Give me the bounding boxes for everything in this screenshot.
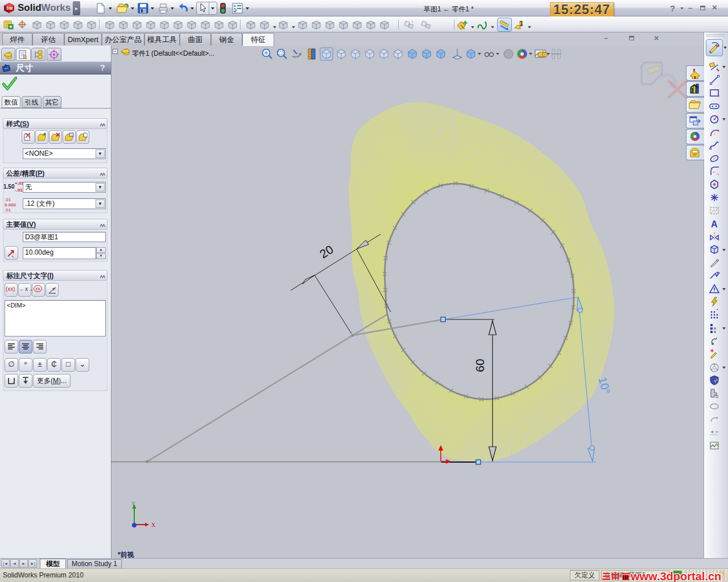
svg-text:60: 60 [473, 359, 486, 372]
svg-text:X: X [151, 522, 156, 528]
svg-text:A: A [711, 219, 718, 229]
svg-text:20: 20 [317, 243, 336, 261]
svg-text:Y: Y [131, 501, 135, 507]
svg-text:1: 1 [520, 20, 523, 27]
svg-text:SW: SW [6, 6, 13, 10]
svg-text:x: x [54, 286, 56, 290]
svg-text:10°: 10° [596, 376, 613, 396]
